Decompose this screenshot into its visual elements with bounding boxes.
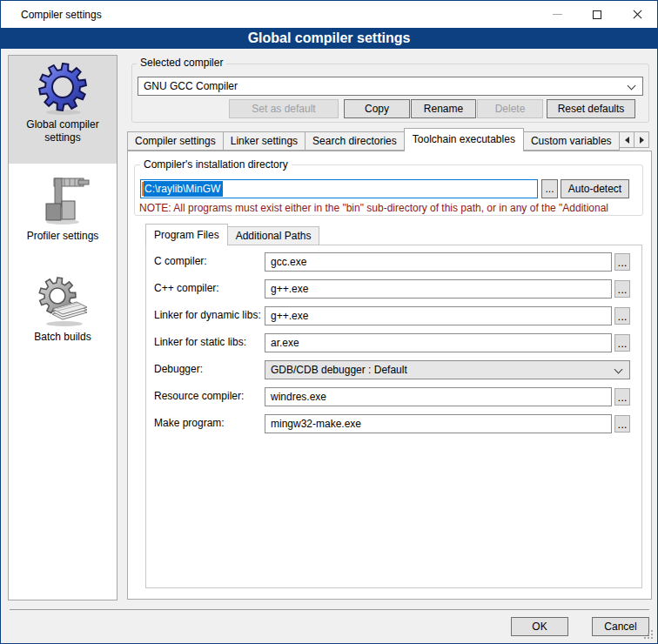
sidebar-item-label: Profiler settings <box>9 230 117 243</box>
program-files-panel: C compiler: gcc.exe ... C++ compiler: g+… <box>145 245 642 588</box>
cpp-compiler-input[interactable]: g++.exe <box>265 279 612 299</box>
close-button[interactable] <box>617 1 657 28</box>
field-value: gcc.exe <box>271 256 306 268</box>
selected-compiler-legend: Selected compiler <box>137 57 226 69</box>
compiler-settings-dialog: Compiler settings Global compiler settin… <box>0 0 658 644</box>
installation-directory-legend: Compiler's installation directory <box>140 158 292 171</box>
field-label: Debugger: <box>154 363 203 375</box>
field-value: windres.exe <box>271 391 326 403</box>
sidebar-item-global-compiler-settings[interactable]: Global compiler settings <box>9 56 117 164</box>
sidebar-item-label: Global compiler settings <box>9 118 117 144</box>
page-title: Global compiler settings <box>1 28 657 49</box>
copy-button[interactable]: Copy <box>344 99 410 118</box>
chevron-down-icon <box>628 82 636 91</box>
auto-detect-button[interactable]: Auto-detect <box>561 179 629 198</box>
field-value: g++.exe <box>271 283 308 295</box>
compiler-select-value: GNU GCC Compiler <box>144 80 238 92</box>
field-value: g++.exe <box>271 310 308 322</box>
arrow-left-icon <box>625 137 629 144</box>
sidebar-item-profiler-settings[interactable]: Profiler settings <box>9 167 117 263</box>
tab-search-directories[interactable]: Search directories <box>305 131 405 151</box>
close-icon <box>632 9 643 20</box>
arrow-right-icon <box>640 137 644 144</box>
set-as-default-button[interactable]: Set as default <box>229 99 339 118</box>
debugger-select-value: GDB/CDB debugger : Default <box>271 364 407 376</box>
window-title: Compiler settings <box>21 9 102 21</box>
field-row-static-linker: Linker for static libs: ar.exe ... <box>146 333 641 352</box>
tab-scroll-left-button[interactable] <box>619 131 634 148</box>
sidebar-item-label: Batch builds <box>9 331 117 344</box>
browse-button[interactable]: ... <box>614 415 630 433</box>
field-label: Make program: <box>154 417 225 429</box>
rename-button[interactable]: Rename <box>411 99 476 118</box>
resize-grip[interactable] <box>644 630 655 641</box>
tab-compiler-settings[interactable]: Compiler settings <box>127 131 224 151</box>
browse-button[interactable]: ... <box>614 280 630 298</box>
field-label: C compiler: <box>154 255 207 267</box>
gear-blue-icon <box>35 61 91 117</box>
minimize-icon <box>553 14 562 15</box>
browse-button[interactable]: ... <box>614 307 630 325</box>
field-label: Linker for dynamic libs: <box>154 309 261 321</box>
field-row-debugger: Debugger: GDB/CDB debugger : Default <box>146 360 641 379</box>
browse-directory-button[interactable]: ... <box>541 179 558 198</box>
field-row-cpp-compiler: C++ compiler: g++.exe ... <box>146 279 641 299</box>
c-compiler-input[interactable]: gcc.exe <box>265 252 612 272</box>
caliper-icon <box>35 172 91 228</box>
gear-stack-icon <box>35 273 91 329</box>
browse-button[interactable]: ... <box>614 253 630 271</box>
tab-linker-settings[interactable]: Linker settings <box>223 131 306 151</box>
debugger-select[interactable]: GDB/CDB debugger : Default <box>265 360 630 379</box>
tab-clip-region: Compiler settings Linker settings Search… <box>127 128 620 151</box>
sub-tab-strip: Program Files Additional Paths <box>145 224 319 245</box>
field-row-resource-compiler: Resource compiler: windres.exe ... <box>146 387 641 406</box>
maximize-icon <box>593 10 601 19</box>
title-bar: Compiler settings <box>1 1 657 28</box>
delete-button[interactable]: Delete <box>477 99 543 118</box>
tab-scroll-buttons <box>620 131 649 148</box>
tab-custom-variables[interactable]: Custom variables <box>523 131 620 151</box>
tab-program-files[interactable]: Program Files <box>145 224 228 245</box>
chevron-down-icon <box>614 366 623 374</box>
footer-divider <box>10 609 649 610</box>
minimize-button[interactable] <box>537 1 577 28</box>
browse-button[interactable]: ... <box>614 388 630 406</box>
field-value: ar.exe <box>271 337 299 349</box>
installation-directory-input[interactable]: C:\raylib\MinGW <box>140 179 538 198</box>
compiler-select[interactable]: GNU GCC Compiler <box>138 77 643 96</box>
sidebar-item-batch-builds[interactable]: Batch builds <box>9 268 117 369</box>
static-linker-input[interactable]: ar.exe <box>265 333 612 352</box>
reset-defaults-button[interactable]: Reset defaults <box>547 99 635 118</box>
cancel-button[interactable]: Cancel <box>592 617 649 636</box>
field-label: C++ compiler: <box>154 282 219 294</box>
resource-compiler-input[interactable]: windres.exe <box>265 387 612 406</box>
field-row-dynamic-linker: Linker for dynamic libs: g++.exe ... <box>146 306 641 325</box>
field-row-make-program: Make program: mingw32-make.exe ... <box>146 414 641 433</box>
tab-toolchain-executables[interactable]: Toolchain executables <box>404 128 524 151</box>
browse-button[interactable]: ... <box>614 334 630 352</box>
tab-scroll-right-button[interactable] <box>634 131 649 148</box>
dynamic-linker-input[interactable]: g++.exe <box>265 306 612 325</box>
settings-category-list: Global compiler settings Profiler settin… <box>8 55 118 600</box>
ok-button[interactable]: OK <box>511 617 568 636</box>
field-label: Linker for static libs: <box>154 336 246 348</box>
field-row-c-compiler: C compiler: gcc.exe ... <box>146 252 641 272</box>
field-value: mingw32-make.exe <box>271 418 361 430</box>
bin-subdirectory-note: NOTE: All programs must exist either in … <box>139 202 641 214</box>
maximize-button[interactable] <box>577 1 617 28</box>
main-tab-strip: Compiler settings Linker settings Search… <box>127 128 652 151</box>
field-label: Resource compiler: <box>154 390 244 402</box>
installation-directory-value: C:\raylib\MinGW <box>144 181 223 197</box>
tab-additional-paths[interactable]: Additional Paths <box>227 226 320 245</box>
make-program-input[interactable]: mingw32-make.exe <box>265 414 612 433</box>
